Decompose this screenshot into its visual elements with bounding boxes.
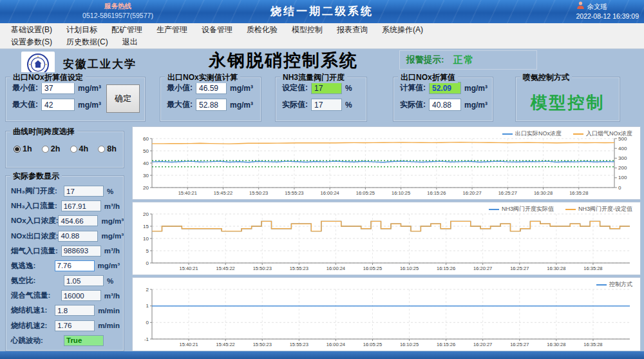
panel-nox-setpoint: 出口NOx折算值设定 最小值: mg/m³ 最大值: mg/m³ 确定 <box>5 77 146 122</box>
submenu-bar: 设置参数(S)历史数据(C)退出 <box>0 36 644 49</box>
unit-label: mg/m³ <box>230 101 253 110</box>
radio-8h[interactable] <box>98 146 105 153</box>
nox-measured-min <box>196 82 227 94</box>
panel-title: NH3流量阀门开度 <box>280 72 347 83</box>
svg-text:16:25:27: 16:25:27 <box>498 190 517 196</box>
alarm-box: 报警提示: 正常 <box>399 50 537 70</box>
svg-text:16:15:26: 16:15:26 <box>437 266 455 271</box>
max-label: 最大值: <box>167 99 193 110</box>
menu-item[interactable]: 报表查询 <box>330 24 375 35</box>
svg-text:16:05:25: 16:05:25 <box>356 190 375 196</box>
parameter-value <box>64 275 104 286</box>
footer-bar <box>0 351 644 359</box>
menu-item[interactable]: 质检化验 <box>240 24 285 35</box>
menu-item[interactable]: 基础设置(B) <box>4 24 59 35</box>
menu-item[interactable]: 系统操作(A) <box>375 24 430 35</box>
parameter-label: NOx出口浓度: <box>11 231 58 241</box>
menu-item[interactable]: 配矿管理 <box>104 24 149 35</box>
submenu-item[interactable]: 设置参数(S) <box>4 37 59 48</box>
radio-1h[interactable] <box>14 146 21 153</box>
alarm-status: 正常 <box>453 54 475 66</box>
chart-nox-trend: 出口实际NOx浓度入口烟气NOx浓度203040506015:40:2115:4… <box>132 126 641 200</box>
parameter-row: NOx入口浓度:mg/m³ <box>11 215 120 226</box>
menu-item[interactable]: 生产管理 <box>149 24 194 35</box>
menu-item[interactable]: 模型控制 <box>285 24 330 35</box>
panel-nox-measured: 出口NOx实测值计算 最小值: mg/m³ 最大值: mg/m³ <box>160 77 261 122</box>
parameter-value <box>61 200 101 211</box>
timespan-option-8h[interactable]: 8h <box>98 144 124 153</box>
chart-control-mode-trend: 控制方式-101215:40:2115:45:2215:50:2315:55:2… <box>132 277 641 351</box>
legend-swatch <box>573 133 583 135</box>
svg-text:1: 1 <box>146 303 149 309</box>
nox-min-input[interactable] <box>41 82 75 94</box>
act-label: 实际值: <box>282 99 308 110</box>
parameter-label: 氨空比: <box>11 276 64 286</box>
parameter-row: NH₃阀门开度:% <box>11 186 120 197</box>
svg-text:15:40:21: 15:40:21 <box>179 342 198 347</box>
confirm-button[interactable]: 确定 <box>106 84 140 113</box>
legend-swatch <box>596 284 607 286</box>
svg-text:15:45:22: 15:45:22 <box>214 190 232 196</box>
legend-swatch <box>502 133 513 135</box>
timespan-option-2h[interactable]: 2h <box>42 144 68 153</box>
svg-text:15:45:22: 15:45:22 <box>216 266 235 271</box>
nox-converted-calc <box>429 82 461 94</box>
timespan-option-4h[interactable]: 4h <box>70 144 96 153</box>
svg-text:15:45:22: 15:45:22 <box>216 342 235 347</box>
svg-text:15:50:23: 15:50:23 <box>253 266 272 271</box>
radio-2h[interactable] <box>42 146 49 153</box>
panel-title: 出口NOx折算值设定 <box>10 72 86 83</box>
svg-text:15:40:21: 15:40:21 <box>179 266 198 271</box>
menu-item[interactable]: 计划目标 <box>59 24 104 35</box>
parameter-list: NH₃阀门开度:%NH₃入口流量:m³/hNOx入口浓度:mg/m³NOx出口浓… <box>11 184 120 348</box>
legend-label: NH3阀门开度实际值 <box>502 205 554 213</box>
svg-text:16:20:27: 16:20:27 <box>473 266 492 271</box>
unit-label: mg/m³ <box>464 84 488 93</box>
app-window: 服务热线 0512-58619577(59577) 烧结一期二级系统 余文瑶 2… <box>0 0 644 359</box>
svg-text:16:25:27: 16:25:27 <box>510 342 529 347</box>
svg-text:16:35:28: 16:35:28 <box>569 190 588 196</box>
parameter-value <box>58 215 98 226</box>
set-label: 设定值: <box>282 82 308 93</box>
radio-label: 2h <box>51 144 61 153</box>
parameter-label: 氨逃逸: <box>11 261 55 271</box>
radio-4h[interactable] <box>70 146 77 153</box>
parameter-unit: mg/m³ <box>101 217 124 225</box>
svg-text:400: 400 <box>618 146 627 151</box>
legend-item: 入口烟气NOx浓度 <box>573 130 632 138</box>
svg-text:16:30:28: 16:30:28 <box>547 266 565 271</box>
panel-title: 实际参数显示 <box>10 171 62 182</box>
top-banner: 服务热线 0512-58619577(59577) 烧结一期二级系统 余文瑶 2… <box>0 0 644 23</box>
svg-text:16:30:28: 16:30:28 <box>547 342 565 347</box>
nh3-valve-actual <box>311 99 342 111</box>
parameter-row: 混合气流量:m³/h <box>11 290 120 301</box>
parameter-unit: m³/h <box>104 292 120 300</box>
timespan-option-1h[interactable]: 1h <box>14 144 39 153</box>
nh3-valve-setpoint <box>311 82 342 94</box>
nox-max-input[interactable] <box>41 99 75 111</box>
svg-text:40: 40 <box>143 160 149 166</box>
parameter-value <box>61 290 101 301</box>
svg-text:16:25:27: 16:25:27 <box>510 266 529 271</box>
unit-label: mg/m³ <box>78 84 101 93</box>
svg-text:15:55:23: 15:55:23 <box>290 342 308 347</box>
svg-text:-1: -1 <box>144 336 149 342</box>
svg-text:16:10:25: 16:10:25 <box>392 190 410 196</box>
radio-label: 8h <box>107 144 117 153</box>
svg-text:60: 60 <box>143 136 149 142</box>
menu-item[interactable]: 设备管理 <box>194 24 240 35</box>
act-label: 实际值: <box>400 99 426 110</box>
svg-text:100: 100 <box>618 175 627 180</box>
nox-measured-max <box>196 99 227 111</box>
submenu-item[interactable]: 历史数据(C) <box>59 37 115 48</box>
parameter-row: 心跳波动: <box>11 335 120 346</box>
parameter-label: NH₃入口流量: <box>11 201 61 211</box>
legend-swatch <box>489 209 499 210</box>
panel-title: 曲线时间跨度选择 <box>10 126 77 137</box>
radio-label: 1h <box>23 144 32 153</box>
submenu-item[interactable]: 退出 <box>115 37 145 48</box>
svg-text:0: 0 <box>618 185 621 191</box>
parameter-row: NOx出口浓度:mg/m³ <box>11 231 120 242</box>
min-label: 最小值: <box>167 82 193 93</box>
parameter-row: 烟气入口流量:m³/h <box>11 246 120 257</box>
